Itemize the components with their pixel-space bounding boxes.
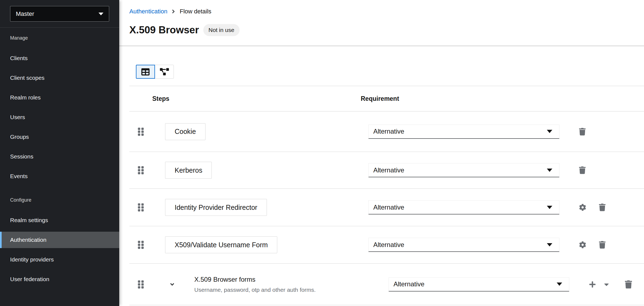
- table-row: Kerberos Alternative: [129, 152, 644, 189]
- flow-section: Steps Requirement Cookie Alternative: [129, 46, 644, 305]
- diagram-view-icon: [160, 68, 169, 75]
- subflow-description: Username, password, otp and other auth f…: [194, 287, 316, 293]
- drag-handle-icon[interactable]: [138, 240, 144, 249]
- step-button[interactable]: Identity Provider Redirector: [165, 199, 267, 216]
- sidebar-item-realm-roles[interactable]: Realm roles: [0, 89, 119, 106]
- sidebar-item-groups[interactable]: Groups: [0, 129, 119, 145]
- page-header: Authentication Flow details X.509 Browse…: [119, 0, 644, 46]
- select-caret-icon: [547, 169, 552, 172]
- gear-icon: [579, 241, 586, 248]
- select-caret-icon: [547, 243, 552, 246]
- breadcrumb-separator-icon: [172, 8, 175, 14]
- sidebar-divider: [0, 27, 119, 28]
- realm-caret-icon: [99, 13, 103, 15]
- toolbar: [129, 46, 644, 86]
- sidebar-item-events[interactable]: Events: [0, 168, 119, 184]
- requirement-value: Alternative: [393, 280, 424, 288]
- drag-handle-icon[interactable]: [138, 127, 144, 136]
- gear-icon: [579, 204, 586, 211]
- trash-icon: [599, 241, 606, 249]
- delete-button[interactable]: [599, 241, 606, 249]
- sidebar-item-identity-providers[interactable]: Identity providers: [0, 251, 119, 268]
- column-header-steps: Steps: [152, 86, 169, 111]
- nav-section-configure: Configure: [10, 197, 119, 203]
- column-header-requirement: Requirement: [361, 86, 399, 111]
- select-caret-icon: [557, 283, 562, 286]
- sidebar-item-realm-settings[interactable]: Realm settings: [0, 212, 119, 228]
- main-content: Authentication Flow details X.509 Browse…: [119, 0, 644, 306]
- expand-toggle[interactable]: [169, 281, 175, 287]
- drag-handle-icon[interactable]: [138, 280, 144, 289]
- add-options-button[interactable]: [604, 281, 609, 288]
- requirement-select[interactable]: Alternative: [368, 163, 559, 177]
- sidebar-item-user-federation[interactable]: User federation: [0, 271, 119, 287]
- breadcrumb: Authentication Flow details: [129, 8, 644, 15]
- table-row: X509/Validate Username Form Alternative: [129, 226, 644, 264]
- plus-icon: [589, 281, 596, 288]
- trash-icon: [625, 280, 632, 289]
- table-row: Identity Provider Redirector Alternative: [129, 189, 644, 226]
- trash-icon: [579, 166, 586, 174]
- status-badge: Not in use: [203, 24, 240, 36]
- step-button[interactable]: Kerberos: [165, 162, 212, 179]
- requirement-value: Alternative: [373, 166, 404, 174]
- requirement-value: Alternative: [373, 204, 404, 211]
- subflow-title: X.509 Browser forms: [194, 276, 316, 283]
- page-title: X.509 Browser: [129, 24, 199, 36]
- keycloak-admin-console: Master Manage Clients Client scopes Real…: [0, 0, 644, 306]
- delete-button[interactable]: [625, 280, 632, 289]
- sidebar-item-clients[interactable]: Clients: [0, 50, 119, 66]
- step-button[interactable]: Cookie: [165, 123, 205, 140]
- table-row: Cookie Alternative: [129, 111, 644, 152]
- trash-icon: [579, 128, 586, 136]
- realm-selector[interactable]: Master: [10, 6, 109, 22]
- sidebar-item-sessions[interactable]: Sessions: [0, 148, 119, 165]
- requirement-value: Alternative: [373, 241, 404, 249]
- add-step-button[interactable]: [589, 281, 596, 288]
- trash-icon: [599, 204, 606, 211]
- delete-button[interactable]: [579, 128, 586, 136]
- table-header: Steps Requirement: [129, 86, 644, 111]
- table-view-button[interactable]: [136, 65, 155, 79]
- requirement-select[interactable]: Alternative: [368, 238, 559, 252]
- requirement-select[interactable]: Alternative: [368, 200, 559, 214]
- requirement-select[interactable]: Alternative: [389, 277, 569, 292]
- sidebar-item-authentication[interactable]: Authentication: [0, 232, 119, 248]
- breadcrumb-link-authentication[interactable]: Authentication: [129, 8, 167, 15]
- settings-button[interactable]: [579, 241, 586, 248]
- requirement-value: Alternative: [373, 128, 404, 135]
- delete-button[interactable]: [599, 204, 606, 211]
- realm-selector-value: Master: [16, 10, 34, 17]
- sidebar-item-client-scopes[interactable]: Client scopes: [0, 70, 119, 86]
- requirement-select[interactable]: Alternative: [368, 125, 559, 139]
- delete-button[interactable]: [579, 166, 586, 174]
- settings-button[interactable]: [579, 204, 586, 211]
- breadcrumb-current: Flow details: [180, 8, 211, 15]
- diagram-view-button[interactable]: [155, 65, 174, 79]
- view-toggle-group: [136, 65, 174, 79]
- table-view-icon: [141, 68, 150, 76]
- select-caret-icon: [547, 130, 552, 133]
- drag-handle-icon[interactable]: [138, 166, 144, 175]
- drag-handle-icon[interactable]: [138, 203, 144, 212]
- nav-section-manage: Manage: [10, 35, 119, 41]
- caret-down-icon: [604, 281, 609, 288]
- sidebar-item-users[interactable]: Users: [0, 109, 119, 125]
- sidebar: Master Manage Clients Client scopes Real…: [0, 0, 119, 306]
- step-button[interactable]: X509/Validate Username Form: [165, 236, 277, 253]
- select-caret-icon: [547, 206, 552, 209]
- chevron-down-icon: [169, 281, 175, 287]
- table-row-subflow: X.509 Browser forms Username, password, …: [129, 264, 644, 305]
